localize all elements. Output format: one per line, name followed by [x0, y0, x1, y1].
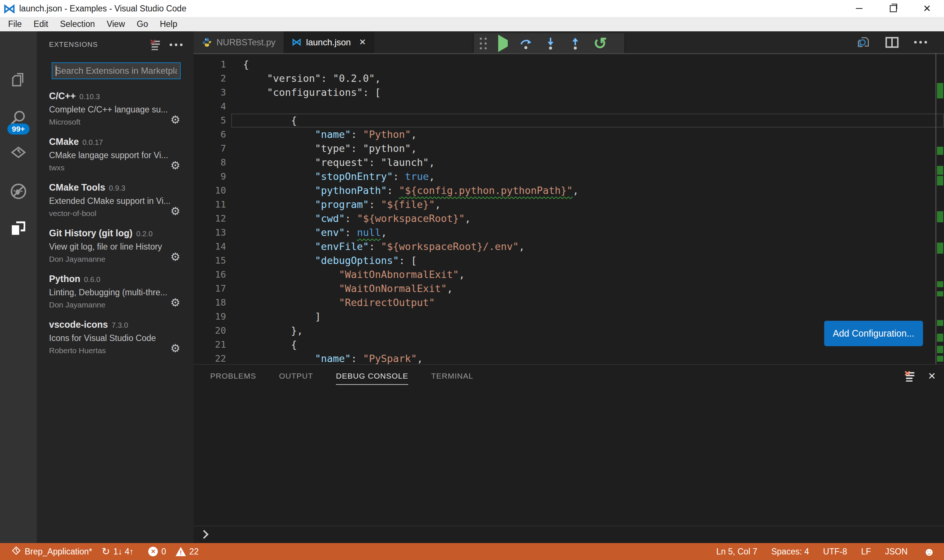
language-mode[interactable]: JSON [885, 547, 907, 557]
encoding[interactable]: UTF-8 [823, 547, 847, 557]
editor-more-actions-icon[interactable] [914, 41, 927, 43]
feedback-smiley-icon[interactable]: ☻ [923, 546, 935, 557]
restore-button[interactable] [876, 0, 910, 17]
line-content: "name": "Python", [243, 128, 944, 142]
line-content: "pythonPath": "${config.python.pythonPat… [243, 184, 944, 198]
gear-icon[interactable]: ⚙ [170, 251, 180, 263]
code-line[interactable]: 18 "RedirectOutput" [194, 296, 944, 310]
extension-item[interactable]: vscode-icons7.3.0Icons for Visual Studio… [37, 314, 194, 360]
menu-item-help[interactable]: Help [154, 17, 183, 31]
extension-item[interactable]: Git History (git log)0.2.0View git log, … [37, 223, 194, 268]
code-line[interactable]: 12 "cwd": "${workspaceRoot}", [194, 212, 944, 226]
extensions-header: EXTENSIONS [37, 31, 194, 58]
tab-nurbstest-py[interactable]: NURBSTest.py [194, 31, 283, 53]
menu-bar: FileEditSelectionViewGoHelp [0, 17, 944, 31]
panel-tab-terminal[interactable]: TERMINAL [431, 372, 473, 380]
code-line[interactable]: 11 "program": "${file}", [194, 198, 944, 212]
split-editor-icon[interactable] [885, 37, 899, 48]
gear-icon[interactable]: ⚙ [170, 206, 180, 217]
debug-console-input[interactable] [194, 526, 944, 543]
code-line[interactable]: 5 { [194, 114, 944, 128]
sidebar-item-debug[interactable] [0, 174, 37, 209]
menu-item-file[interactable]: File [2, 17, 28, 31]
minimize-button[interactable] [842, 0, 876, 17]
code-line[interactable]: 15 "debugOptions": [ [194, 254, 944, 268]
code-line[interactable]: 4 [194, 100, 944, 114]
gear-icon[interactable]: ⚙ [170, 297, 180, 308]
open-preview-icon[interactable] [857, 36, 870, 49]
sync-status[interactable]: ↻ 1↓ 4↑ [102, 547, 134, 557]
restart-button[interactable]: ↺ [593, 37, 607, 51]
step-out-button[interactable] [568, 37, 582, 50]
panel-tab-debug-console[interactable]: DEBUG CONSOLE [336, 372, 408, 385]
editor-scrollbar[interactable] [936, 53, 936, 364]
code-line[interactable]: 3 "configurations": [ [194, 86, 944, 100]
panel-tab-output[interactable]: OUTPUT [279, 372, 313, 380]
indentation[interactable]: Spaces: 4 [772, 547, 809, 557]
close-panel-icon[interactable]: ✕ [928, 371, 936, 382]
modified-line-mark [937, 281, 943, 287]
panel-tabs: PROBLEMSOUTPUTDEBUG CONSOLETERMINAL [210, 365, 473, 388]
code-line[interactable]: 6 "name": "Python", [194, 128, 944, 142]
code-line[interactable]: 17 "WaitOnNormalExit", [194, 282, 944, 296]
step-over-button[interactable] [519, 37, 533, 50]
modified-line-mark [937, 346, 943, 353]
eol-sequence[interactable]: LF [861, 547, 871, 557]
debug-toolbar-drag-handle[interactable] [480, 38, 487, 49]
window-title: launch.json - Examples - Visual Studio C… [19, 4, 186, 14]
panel-tab-problems[interactable]: PROBLEMS [210, 372, 256, 380]
code-line[interactable]: 10 "pythonPath": "${config.python.python… [194, 184, 944, 198]
line-content: "WaitOnAbnormalExit", [243, 268, 944, 282]
error-count[interactable]: ✕ 0 [148, 547, 166, 557]
menu-item-selection[interactable]: Selection [54, 17, 101, 31]
git-branch-status[interactable]: Brep_Application* [11, 546, 92, 557]
sidebar-item-explorer[interactable] [0, 63, 37, 98]
extension-item[interactable]: CMake Tools0.9.3Extended CMake support i… [37, 177, 194, 223]
status-bar: Brep_Application* ↻ 1↓ 4↑ ✕ 0 ! 22 Ln 5,… [0, 543, 944, 560]
clear-console-icon[interactable] [904, 371, 915, 382]
code-line[interactable]: 1{ [194, 57, 944, 72]
minimize-icon [856, 8, 862, 9]
extensions-sidebar: EXTENSIONS C/C++0.10.3Complete C/C++ lan… [37, 31, 194, 543]
code-editor[interactable]: 1{2 "version": "0.2.0",3 "configurations… [194, 53, 944, 364]
code-line[interactable]: 7 "type": "python", [194, 142, 944, 155]
menu-item-go[interactable]: Go [131, 17, 154, 31]
gear-icon[interactable]: ⚙ [170, 160, 180, 171]
code-line[interactable]: 22 "name": "PySpark", [194, 352, 944, 364]
sidebar-item-extensions[interactable] [0, 211, 37, 246]
step-into-button[interactable] [544, 37, 557, 50]
gear-icon[interactable]: ⚙ [170, 114, 180, 125]
tab-launch-json[interactable]: ⋈launch.json✕ [283, 31, 374, 53]
vscode-window: ⋈ launch.json - Examples - Visual Studio… [0, 0, 944, 560]
code-line[interactable]: 14 "envFile": "${workspaceRoot}/.env", [194, 240, 944, 254]
add-configuration-button[interactable]: Add Configuration... [824, 321, 923, 346]
gear-icon[interactable]: ⚙ [170, 343, 180, 354]
code-line[interactable]: 9 "stopOnEntry": true, [194, 169, 944, 184]
sidebar-item-source-control[interactable] [0, 137, 37, 172]
extension-item[interactable]: C/C++0.10.3Complete C/C++ language su...… [37, 86, 194, 131]
more-actions-icon[interactable] [169, 43, 183, 46]
line-content: "stopOnEntry": true, [243, 169, 944, 184]
clear-extensions-filter-icon[interactable] [150, 39, 161, 50]
code-line[interactable]: 16 "WaitOnAbnormalExit", [194, 268, 944, 282]
continue-button[interactable] [498, 40, 508, 47]
warning-count[interactable]: ! 22 [176, 547, 199, 557]
line-content: "env": null, [243, 226, 944, 240]
extension-item[interactable]: Python0.6.0Linting, Debugging (multi-thr… [37, 268, 194, 314]
extensions-search-input[interactable] [52, 63, 180, 78]
line-content: { [243, 57, 944, 72]
cursor-position[interactable]: Ln 5, Col 7 [716, 547, 757, 557]
code-line[interactable]: 2 "version": "0.2.0", [194, 72, 944, 86]
code-line[interactable]: 13 "env": null, [194, 226, 944, 240]
menu-item-edit[interactable]: Edit [28, 17, 54, 31]
tab-close-icon[interactable]: ✕ [359, 37, 366, 47]
code-lines: 1{2 "version": "0.2.0",3 "configurations… [194, 57, 944, 364]
menu-item-view[interactable]: View [101, 17, 131, 31]
vscode-icon: ⋈ [292, 37, 302, 47]
extension-item[interactable]: CMake0.0.17CMake langage support for Vi.… [37, 131, 194, 177]
code-line[interactable]: 8 "request": "launch", [194, 155, 944, 169]
extension-name: CMake [49, 136, 79, 147]
editor-scroll-shadow [194, 53, 944, 54]
close-window-button[interactable]: ✕ [910, 0, 944, 17]
line-content: { [231, 114, 944, 128]
